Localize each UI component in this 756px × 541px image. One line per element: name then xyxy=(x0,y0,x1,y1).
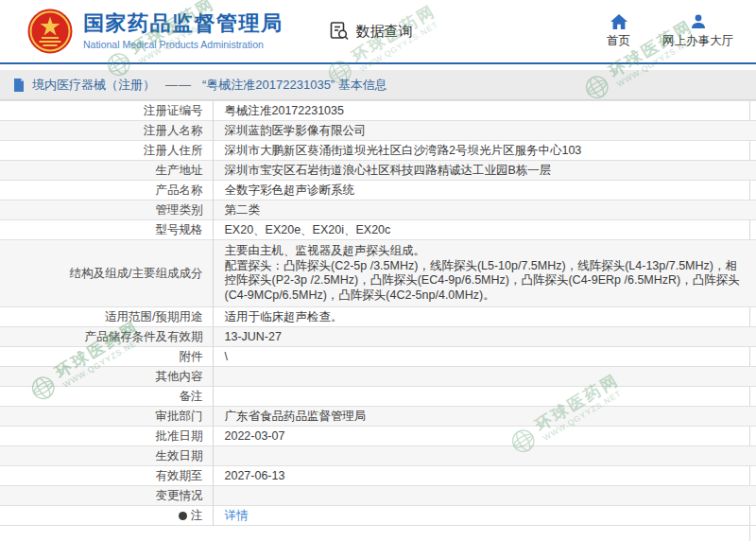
note-dot-icon xyxy=(179,512,187,520)
row-label-text: 生效日期 xyxy=(156,449,203,462)
row-value-text: 2027-06-13 xyxy=(225,469,285,482)
row-label-text: 适用范围/预期用途 xyxy=(105,310,202,323)
data-query-tab[interactable]: 数据查询 xyxy=(329,21,413,42)
home-icon xyxy=(610,13,628,30)
detail-link[interactable]: 详情 xyxy=(225,509,249,522)
table-row: 审批部门广东省食品药品监督管理局 xyxy=(0,407,756,427)
row-label-text: 其他内容 xyxy=(156,370,203,383)
row-label: 注册人名称 xyxy=(0,121,213,141)
row-value-text: 深圳蓝韵医学影像有限公司 xyxy=(225,124,367,137)
row-label: 附件 xyxy=(0,347,213,367)
row-value: 主要由主机、监视器及超声探头组成。 配置探头：凸阵探头(C2-5p /3.5MH… xyxy=(213,240,756,307)
row-value xyxy=(213,486,756,506)
row-value: \ xyxy=(213,347,756,367)
registration-info-table: 注册证编号粤械注准20172231035注册人名称深圳蓝韵医学影像有限公司注册人… xyxy=(0,100,756,526)
row-label: 注册证编号 xyxy=(0,101,213,121)
table-row: 产品名称全数字彩色超声诊断系统 xyxy=(0,181,756,201)
row-label: 产品名称 xyxy=(0,181,213,201)
table-row: 变更情况 xyxy=(0,486,756,506)
row-label: 管理类别 xyxy=(0,201,213,220)
site-header: 国家药品监督管理局 National Medical Products Admi… xyxy=(0,0,756,62)
row-value-text: \ xyxy=(225,350,228,363)
row-value: 2022-03-07 xyxy=(213,427,756,446)
row-value: 13-JUN-27 xyxy=(213,327,756,347)
row-value-text: 第二类 xyxy=(225,203,261,217)
row-label-text: 批准日期 xyxy=(156,429,203,443)
row-value: 广东省食品药品监督管理局 xyxy=(213,407,756,427)
row-value: 详情 xyxy=(213,506,756,526)
row-label: 其他内容 xyxy=(0,367,213,387)
row-value-text: 13-JUN-27 xyxy=(225,330,282,343)
row-label-text: 生产地址 xyxy=(156,164,203,177)
nav-item-service-hall[interactable]: 网上办事大厅 xyxy=(662,13,733,49)
row-label-text: 注册证编号 xyxy=(144,104,203,117)
site-title-en: National Medical Products Administration xyxy=(83,39,284,50)
nav-service-hall-label: 网上办事大厅 xyxy=(662,33,733,49)
row-label: 变更情况 xyxy=(0,486,213,506)
site-logo[interactable]: 国家药品监督管理局 National Medical Products Admi… xyxy=(26,8,284,55)
row-value-text: 粤械注准20172231035 xyxy=(225,104,344,117)
info-table-body: 注册证编号粤械注准20172231035注册人名称深圳蓝韵医学影像有限公司注册人… xyxy=(0,101,756,526)
nav-home-label: 首页 xyxy=(607,33,630,49)
row-label: 审批部门 xyxy=(0,407,213,427)
row-value-text: 深圳市宝安区石岩街道浪心社区科技四路精诚达工业园B栋一层 xyxy=(225,164,552,177)
table-row: 型号规格EX20、EX20e、EX20i、EX20c xyxy=(0,220,756,240)
row-value-text: 全数字彩色超声诊断系统 xyxy=(225,183,355,197)
row-value: 全数字彩色超声诊断系统 xyxy=(213,181,756,201)
row-label-text: 管理类别 xyxy=(156,203,203,217)
row-label-text: 有效期至 xyxy=(156,469,203,482)
breadcrumb-category[interactable]: 境内医疗器械（注册） xyxy=(32,77,155,94)
breadcrumb-title: “粤械注准20172231035” 基本信息 xyxy=(202,77,387,94)
row-value: 第二类 xyxy=(213,201,756,220)
table-row: 其他内容 xyxy=(0,367,756,387)
table-row: 管理类别第二类 xyxy=(0,201,756,220)
document-icon xyxy=(13,79,25,92)
row-label-text: 备注 xyxy=(180,390,203,403)
row-label: 型号规格 xyxy=(0,220,213,240)
row-label: 批准日期 xyxy=(0,427,213,446)
table-row: 生效日期 xyxy=(0,446,756,466)
row-label-text: 变更情况 xyxy=(156,489,203,502)
row-label: 注册人住所 xyxy=(0,141,213,161)
row-label-text: 型号规格 xyxy=(156,223,203,236)
table-row: 注详情 xyxy=(0,506,756,526)
row-label: 备注 xyxy=(0,387,213,407)
row-label: 生产地址 xyxy=(0,161,213,181)
table-row: 有效期至2027-06-13 xyxy=(0,466,756,486)
row-value-text: 深圳市大鹏新区葵涌街道坝光社区白沙湾路2号坝光片区服务中心103 xyxy=(225,144,582,157)
row-label-text: 产品名称 xyxy=(156,183,203,197)
user-icon xyxy=(690,13,707,30)
row-label-text: 附件 xyxy=(180,350,203,363)
table-row: 批准日期2022-03-07 xyxy=(0,427,756,446)
table-row: 适用范围/预期用途适用于临床超声检查。 xyxy=(0,307,756,327)
row-label: 适用范围/预期用途 xyxy=(0,307,213,327)
table-row: 注册人住所深圳市大鹏新区葵涌街道坝光社区白沙湾路2号坝光片区服务中心103 xyxy=(0,141,756,161)
table-row: 注册人名称深圳蓝韵医学影像有限公司 xyxy=(0,121,756,141)
row-value: 深圳市大鹏新区葵涌街道坝光社区白沙湾路2号坝光片区服务中心103 xyxy=(213,141,756,161)
site-title-cn: 国家药品监督管理局 xyxy=(83,12,284,35)
row-label-text: 产品储存条件及有效期 xyxy=(85,330,203,343)
china-national-emblem-icon xyxy=(26,8,74,55)
table-row: 附件\ xyxy=(0,347,756,367)
row-value-text: EX20、EX20e、EX20i、EX20c xyxy=(225,223,391,236)
nav-item-home[interactable]: 首页 xyxy=(607,13,630,49)
row-value xyxy=(213,446,756,466)
row-value-text: 2022-03-07 xyxy=(225,429,285,443)
row-value xyxy=(213,387,756,407)
table-row: 生产地址深圳市宝安区石岩街道浪心社区科技四路精诚达工业园B栋一层 xyxy=(0,161,756,181)
row-label-text: 注册人名称 xyxy=(144,124,203,137)
row-value: 适用于临床超声检查。 xyxy=(213,307,756,327)
table-row: 注册证编号粤械注准20172231035 xyxy=(0,101,756,121)
breadcrumb-dash: —— xyxy=(165,78,192,92)
table-row: 结构及组成/主要组成成分主要由主机、监视器及超声探头组成。 配置探头：凸阵探头(… xyxy=(0,240,756,307)
row-value-text: 主要由主机、监视器及超声探头组成。 配置探头：凸阵探头(C2-5p /3.5MH… xyxy=(225,244,746,303)
data-query-icon xyxy=(329,21,350,42)
row-label-text: 审批部门 xyxy=(156,410,203,423)
row-label: 结构及组成/主要组成成分 xyxy=(0,240,213,307)
row-label-text: 结构及组成/主要组成成分 xyxy=(70,267,203,280)
table-row: 产品储存条件及有效期13-JUN-27 xyxy=(0,327,756,347)
row-value: 深圳蓝韵医学影像有限公司 xyxy=(213,121,756,141)
breadcrumb: 境内医疗器械（注册） —— “粤械注准20172231035” 基本信息 xyxy=(0,70,756,100)
header-nav: 首页 网上办事大厅 xyxy=(607,13,737,49)
row-label: 产品储存条件及有效期 xyxy=(0,327,213,347)
